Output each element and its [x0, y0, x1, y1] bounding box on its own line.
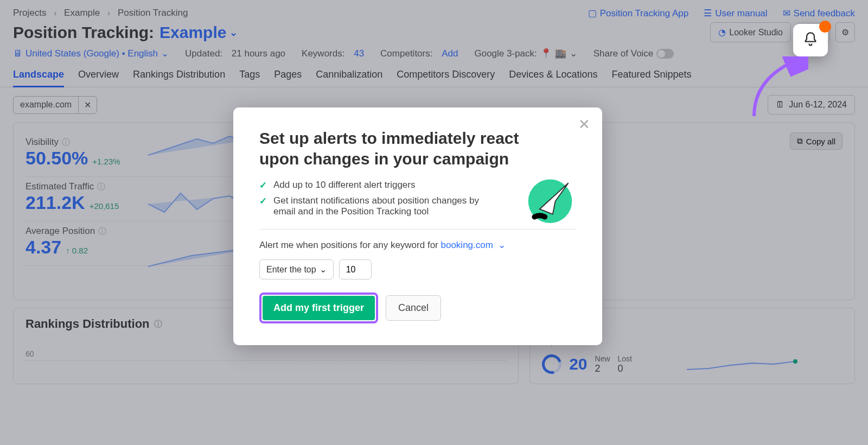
chevron-down-icon: ⌄ [496, 240, 506, 250]
paper-plane-illustration [524, 173, 576, 225]
chevron-down-icon: ⌄ [320, 264, 327, 275]
pointer-arrow-icon [749, 56, 808, 124]
select-label: Enter the top [266, 265, 316, 275]
close-button[interactable]: ✕ [578, 117, 590, 131]
alert-condition-text: Alert me when positions for any keyword … [259, 239, 576, 251]
alerts-setup-modal: ✕ Set up alerts to immediately react upo… [233, 107, 602, 345]
modal-title: Set up alerts to immediately react upon … [259, 128, 541, 169]
notification-bell-highlight[interactable] [793, 24, 828, 56]
threshold-input[interactable] [339, 259, 372, 279]
notification-badge-icon [819, 21, 831, 33]
check-icon: ✓ [259, 195, 267, 217]
check-icon: ✓ [259, 180, 267, 191]
cancel-button[interactable]: Cancel [386, 295, 441, 321]
modal-bullet: Get instant notifications about position… [273, 195, 493, 217]
condition-select[interactable]: Enter the top ⌄ [259, 259, 334, 279]
bell-icon [803, 31, 818, 47]
alert-domain-selector[interactable]: booking.com [441, 240, 493, 250]
highlight-frame: Add my first trigger [259, 293, 378, 323]
add-first-trigger-button[interactable]: Add my first trigger [263, 296, 375, 320]
modal-bullet: Add up to 10 different alert triggers [273, 180, 415, 191]
